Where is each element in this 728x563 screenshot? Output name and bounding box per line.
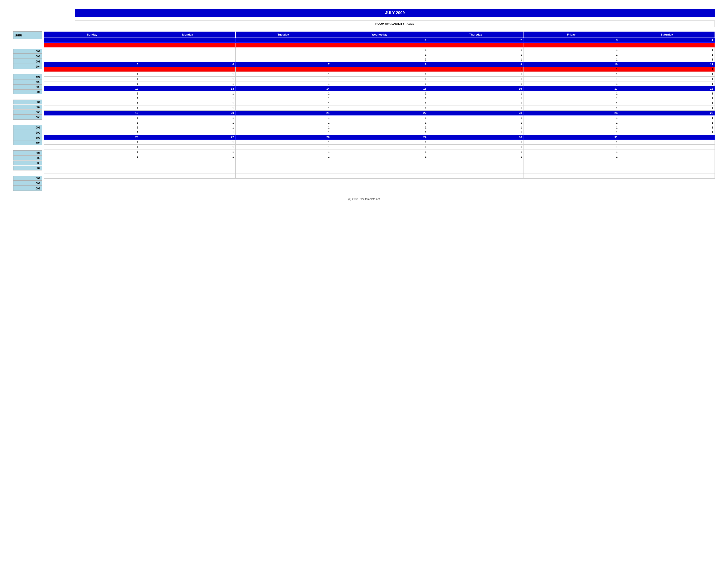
room-label-w1-604: 604	[13, 64, 42, 69]
room-label-w6-601: 601	[13, 176, 42, 180]
room-row-w6-601	[44, 164, 715, 169]
room-row-w5-604: 1 1 1 1 1 1	[44, 154, 715, 159]
week-spacer-5	[13, 145, 42, 150]
room-label-w6-602: 602	[13, 181, 42, 186]
room-label-w1-602: 602	[13, 54, 42, 59]
room-row-w4-604: 1 1 1 1 1 1 1	[44, 130, 715, 135]
col-saturday: Saturday	[619, 32, 715, 38]
room-row-w1-602: 1 1 1 1	[44, 47, 715, 52]
room-label-w1-601: 601	[13, 49, 42, 54]
room-row-w3-602: 1 1 1 1 1 1 1	[44, 96, 715, 101]
room-row-w3-603: 1 1 1 1 1 1 1	[44, 101, 715, 106]
room-label-w5-604: 604	[13, 165, 42, 170]
room-row-w4-601: 1 1 1 1 1 1 1	[44, 115, 715, 120]
room-label-w3-604: 604	[13, 115, 42, 120]
room-row-w5-603: 1 1 1 1 1 1	[44, 149, 715, 154]
week-row-3: 12 13 14 15 16 17 18	[44, 86, 715, 91]
room-row-w2-603: 1 1 1 1 1 1 1	[44, 77, 715, 81]
room-row-w1-603: 1 1 1 1	[44, 52, 715, 57]
main-layout: 1BER 601 602 603 604 601 602 603 604 601…	[13, 31, 715, 191]
page-title-bar: JULY 2009 ROOM AVAILABILITY TABLE	[44, 9, 715, 27]
room-label-w2-601: 601	[13, 74, 42, 79]
room-row-w3-604: 1 1 1 1 1 1 1	[44, 106, 715, 111]
col-monday: Monday	[140, 32, 235, 38]
week-row-4: 19 20 21 22 23 24 25	[44, 111, 715, 115]
week-row-2: 5 6 7 8 9 10 11	[44, 62, 715, 67]
room-row-w1-601	[44, 43, 715, 47]
room-row-w4-603: 1 1 1 1 1 1 1	[44, 125, 715, 130]
room-row-w6-602	[44, 169, 715, 174]
room-label-w4-601: 601	[13, 125, 42, 130]
col-sunday: Sunday	[44, 32, 140, 38]
room-label-w3-601: 601	[13, 100, 42, 104]
week-spacer-6	[13, 171, 42, 175]
room-row-w5-602: 1 1 1 1 1 1	[44, 145, 715, 149]
col-tuesday: Tuesday	[235, 32, 331, 38]
week-spacer-4	[13, 120, 42, 125]
room-row-w2-601: 1 1 1	[44, 67, 715, 72]
subtitle-text: ROOM AVAILABILITY TABLE	[375, 22, 415, 25]
week-row-1: 1 2 3 4	[44, 38, 715, 43]
room-label-w4-603: 603	[13, 135, 42, 140]
room-row-w3-601: 1 1 1 1 1 1 1	[44, 91, 715, 96]
room-label-w6-603: 603	[13, 186, 42, 191]
room-row-w2-604: 1 1 1 1 1 1 1	[44, 81, 715, 86]
room-label-w5-602: 602	[13, 155, 42, 160]
room-row-w5-601: 1 1 1 1 1 1	[44, 140, 715, 145]
room-label-w4-604: 604	[13, 140, 42, 145]
room-label-w2-604: 604	[13, 89, 42, 94]
room-row-w1-604: 1 1 1 1	[44, 57, 715, 62]
room-row-w4-602: 1 1 1 1 1 1 1	[44, 120, 715, 125]
week-spacer-3	[13, 94, 42, 99]
calendar-table: Sunday Monday Tuesday Wednesday Thursday…	[44, 31, 715, 179]
col-friday: Friday	[523, 32, 619, 38]
week-spacer-1	[13, 44, 42, 49]
week-spacer-2	[13, 69, 42, 74]
sidebar-header-label: 1BER	[13, 31, 42, 39]
header-row: Sunday Monday Tuesday Wednesday Thursday…	[44, 32, 715, 38]
room-label-w3-603: 603	[13, 110, 42, 115]
room-row-w6-603	[44, 174, 715, 179]
title-text: JULY 2009	[385, 11, 405, 15]
room-label-w3-602: 602	[13, 105, 42, 109]
room-row-w2-602: 1 1 1 1 1 1 1	[44, 72, 715, 77]
empty-week-row	[44, 159, 715, 164]
col-thursday: Thursday	[428, 32, 523, 38]
footer: (c) 2008 Exceltemplate.net	[13, 197, 715, 201]
room-label-w1-603: 603	[13, 59, 42, 64]
room-label-w2-602: 602	[13, 79, 42, 84]
sidebar: 1BER 601 602 603 604 601 602 603 604 601…	[13, 31, 42, 191]
room-label-w4-602: 602	[13, 130, 42, 135]
col-wednesday: Wednesday	[331, 32, 428, 38]
room-label-w5-603: 603	[13, 160, 42, 165]
room-label-w2-603: 603	[13, 84, 42, 89]
week-row-5: 26 27 28 29 30 31	[44, 135, 715, 140]
room-label-w5-601: 601	[13, 150, 42, 155]
